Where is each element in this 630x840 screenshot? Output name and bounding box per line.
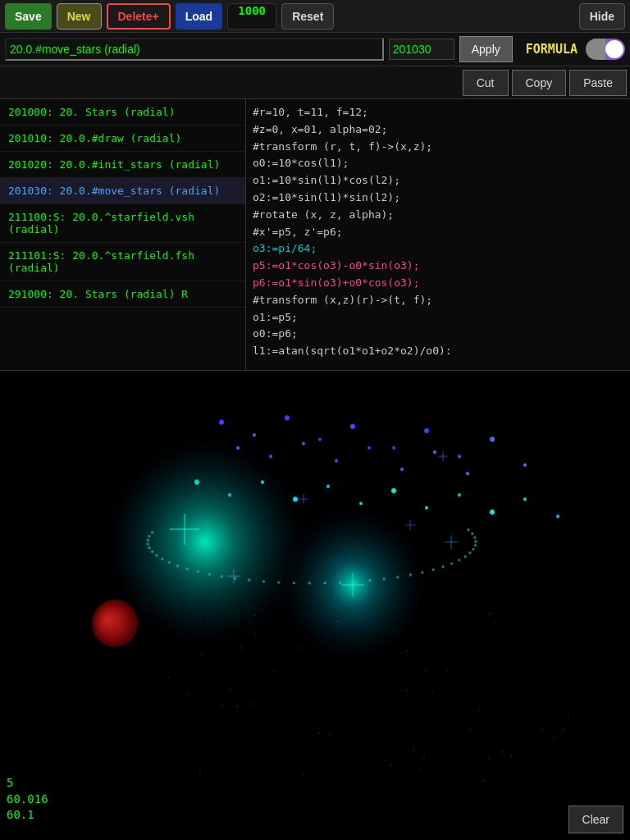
file-item[interactable]: 201000: 20. Stars (radial) [0,99,245,126]
file-item[interactable]: 211100:S: 20.0.^starfield.vsh (radial) [0,204,245,243]
code-editor[interactable]: #r=10, t=11, f=12;#z=0, x=01, alpha=02;#… [246,99,630,370]
file-item[interactable]: 201030: 20.0.#move_stars (radial) [0,178,245,204]
code-line: #r=10, t=11, f=12; [253,104,623,121]
file-item[interactable]: 291000: 20. Stars (radial) R [0,281,245,308]
stat-line-2: 60.016 [7,792,48,808]
formula-row: Apply FORMULA [0,33,630,66]
copy-button[interactable]: Copy [512,70,567,96]
file-item[interactable]: 211101:S: 20.0.^starfield.fsh (radial) [0,243,245,281]
delete-button[interactable]: Delete+ [107,3,171,30]
save-button[interactable]: Save [5,3,52,30]
formula-label: FORMULA [526,42,578,57]
code-line: o2:=10*sin(l1)*sin(l2); [253,189,623,207]
code-line: o3:=pi/64; [253,240,623,258]
code-line: l1:=atan(sqrt(o1*o1+o2*o2)/o0): [253,343,623,360]
main-area: 201000: 20. Stars (radial)201010: 20.0.#… [0,99,630,370]
code-line: #rotate (x, z, alpha); [253,207,623,224]
file-item[interactable]: 201010: 20.0.#draw (radial) [0,126,245,152]
code-line: o0:=10*cos(l1); [253,155,623,172]
starfield-canvas [0,371,630,840]
reset-button[interactable]: Reset [281,3,334,30]
code-line: #x'=p5, z'=p6; [253,224,623,241]
code-line: #transform (x,z)(r)->(t, f); [253,292,623,309]
paste-button[interactable]: Paste [569,70,627,96]
formula-toggle[interactable] [586,39,625,60]
file-item[interactable]: 201020: 20.0.#init_stars (radial) [0,152,245,178]
formula-name-input[interactable] [5,38,384,61]
load-button[interactable]: Load [176,3,222,30]
code-line: o1:=p5; [253,309,623,326]
toolbar: Save New Delete+ Load 1000 Reset Hide [0,0,630,33]
code-line: #z=0, x=01, alpha=02; [253,121,623,139]
file-list: 201000: 20. Stars (radial)201010: 20.0.#… [0,99,246,370]
edit-row: Cut Copy Paste [0,66,630,99]
code-line: o0:=p6; [253,326,623,343]
toggle-track[interactable] [586,39,625,60]
hide-button[interactable]: Hide [579,3,625,30]
stat-line-1: 5 [7,775,48,792]
canvas-section: 5 60.016 60.1 Clear [0,371,630,840]
cut-button[interactable]: Cut [463,70,509,96]
clear-button[interactable]: Clear [568,806,623,833]
new-button[interactable]: New [57,3,102,30]
stat-line-3: 60.1 [7,807,48,824]
formula-id-input[interactable] [389,39,454,60]
bottom-stats: 5 60.016 60.1 [7,775,48,824]
code-line: p6:=o1*sin(o3)+o0*cos(o3); [253,275,623,292]
value-display: 1000 [227,3,276,30]
apply-button[interactable]: Apply [459,36,513,62]
toggle-knob [605,40,623,58]
code-line: o1:=10*sin(l1)*cos(l2); [253,172,623,189]
code-line: #transform (r, t, f)->(x,z); [253,139,623,156]
code-line: p5:=o1*cos(o3)-o0*sin(o3); [253,258,623,275]
